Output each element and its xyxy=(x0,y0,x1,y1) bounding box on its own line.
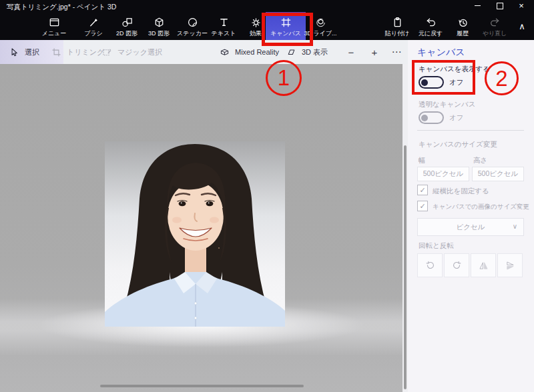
window-title: 写真トリミング.jpg* - ペイント 3D xyxy=(7,3,116,12)
lock-aspect-label: 縦横比を固定する xyxy=(433,187,489,196)
toolbar-redo-label: やり直し xyxy=(483,30,507,37)
toolbar-3d-shapes[interactable]: 3D 図形 xyxy=(141,12,177,40)
3d-shapes-icon xyxy=(153,16,166,29)
cursor-icon xyxy=(9,47,20,58)
toolbar-2d-shapes[interactable]: 2D 図形 xyxy=(109,12,145,40)
paint3d-window: 写真トリミング.jpg* - ペイント 3D × メニュー ブラシ 2D 図形 … xyxy=(0,0,534,392)
panel-divider xyxy=(417,130,524,131)
2d-shapes-icon xyxy=(121,16,134,29)
rotate-left-button[interactable] xyxy=(417,253,443,277)
ribbon-3d-view-label: 3D 表示 xyxy=(302,47,328,57)
ribbon-3d-view-button[interactable]: 3D 表示 xyxy=(286,40,328,64)
zoom-in-button[interactable]: + xyxy=(366,40,382,64)
toolbar-2d-shapes-label: 2D 図形 xyxy=(116,30,138,37)
redo-icon xyxy=(489,16,501,29)
height-label: 高さ xyxy=(473,156,487,165)
check-icon: ✓ xyxy=(419,187,425,194)
height-input[interactable]: 500ピクセル xyxy=(472,167,524,181)
resize-heading: キャンバスのサイズ変更 xyxy=(419,140,497,149)
vertical-scrollbar-thumb[interactable] xyxy=(404,145,407,389)
3d-library-icon xyxy=(314,16,327,29)
toolbar-stickers-label: ステッカー xyxy=(177,30,208,37)
toolbar-text[interactable]: テキスト xyxy=(207,12,240,40)
brush-icon xyxy=(87,16,100,29)
canvas-workspace[interactable] xyxy=(0,64,403,392)
3d-view-icon xyxy=(286,47,297,58)
vertical-scrollbar-track[interactable] xyxy=(403,64,408,392)
toolbar-menu[interactable]: メニュー xyxy=(37,12,71,40)
show-canvas-label: キャンバスを表示する xyxy=(419,65,490,74)
canvas-side-panel: キャンバス キャンバスを表示する オフ 透明なキャンバス オフ キャンバスのサイ… xyxy=(408,40,534,392)
resize-image-checkbox[interactable]: ✓ xyxy=(417,201,428,211)
rotate-left-icon xyxy=(425,260,436,271)
minimize-icon xyxy=(475,5,481,6)
chevron-down-icon: ∨ xyxy=(513,223,517,230)
flip-horizontal-button[interactable] xyxy=(471,253,496,277)
close-button[interactable]: × xyxy=(511,0,531,11)
rotate-right-button[interactable] xyxy=(444,253,469,277)
maximize-icon xyxy=(497,3,503,9)
toolbar-brush[interactable]: ブラシ xyxy=(78,12,109,40)
crop-icon xyxy=(51,47,62,58)
toolbar-redo[interactable]: やり直し xyxy=(477,12,512,40)
lock-aspect-checkbox[interactable]: ✓ xyxy=(417,185,428,195)
ribbon-crop-button[interactable]: トリミング xyxy=(51,40,104,64)
toolbar-effects-label: 効果 xyxy=(250,30,262,37)
check-icon: ✓ xyxy=(419,203,425,210)
toggle-knob xyxy=(421,115,428,121)
ribbon-mixed-reality-label: Mixed Reality xyxy=(235,48,279,56)
undo-icon xyxy=(425,16,437,29)
effects-icon xyxy=(250,16,262,29)
transparent-canvas-label: 透明なキャンバス xyxy=(419,100,475,109)
magic-select-icon xyxy=(101,47,113,58)
menu-icon xyxy=(48,16,61,29)
maximize-button[interactable] xyxy=(490,0,510,11)
more-options-button[interactable]: ⋯ xyxy=(388,40,405,64)
toggle-knob xyxy=(421,79,428,86)
flip-vertical-icon xyxy=(505,260,516,271)
transparent-canvas-state: オフ xyxy=(449,113,464,123)
toolbar-undo[interactable]: 元に戻す xyxy=(414,12,447,40)
toolbar-undo-label: 元に戻す xyxy=(419,30,443,37)
ribbon-select-label: 選択 xyxy=(25,47,39,57)
toolbar-paste-label: 貼り付け xyxy=(385,30,409,37)
toolbar-canvas-tab[interactable]: キャンバス xyxy=(266,12,306,40)
photo-object[interactable] xyxy=(105,141,285,327)
toolbar-paste[interactable]: 貼り付け xyxy=(379,12,415,40)
text-icon xyxy=(218,16,230,29)
toolbar-3d-library-label: 3D ライブ... xyxy=(304,30,336,37)
toolbar-brush-label: ブラシ xyxy=(84,30,103,37)
canvas-icon xyxy=(280,16,292,29)
minimize-button[interactable] xyxy=(467,0,487,11)
show-canvas-toggle[interactable] xyxy=(419,76,444,89)
ribbon-crop-label: トリミング xyxy=(67,47,104,57)
panel-title: キャンバス xyxy=(417,47,465,59)
toolbar-history[interactable]: 履歴 xyxy=(448,12,477,40)
toolbar-canvas-label: キャンバス xyxy=(270,30,301,37)
rotate-right-icon xyxy=(451,260,463,271)
toolbar-3d-shapes-label: 3D 図形 xyxy=(148,30,170,37)
flip-horizontal-icon xyxy=(478,260,489,271)
rotate-heading: 回転と反転 xyxy=(419,241,454,251)
ribbon-collapse-button[interactable]: ∧ xyxy=(513,12,531,40)
unit-value: ピクセル xyxy=(457,223,485,232)
horizontal-scrollbar-thumb[interactable] xyxy=(100,385,304,387)
width-label: 幅 xyxy=(419,156,426,165)
toolbar-3d-library[interactable]: 3D ライブ... xyxy=(302,12,339,40)
toolbar-stickers[interactable]: ステッカー xyxy=(174,12,210,40)
paste-icon xyxy=(391,16,404,29)
ribbon-magic-select-button[interactable]: マジック選択 xyxy=(101,40,162,64)
flip-vertical-button[interactable] xyxy=(497,253,523,277)
show-canvas-state: オフ xyxy=(449,78,464,87)
toolbar-history-label: 履歴 xyxy=(457,30,469,37)
toolbar-text-label: テキスト xyxy=(212,30,236,37)
unit-dropdown[interactable]: ピクセル ∨ xyxy=(417,218,524,236)
width-input[interactable]: 500ピクセル xyxy=(417,167,469,181)
zoom-out-button[interactable]: − xyxy=(343,40,359,64)
portrait-photo xyxy=(105,141,285,327)
ribbon-magic-select-label: マジック選択 xyxy=(117,47,162,57)
resize-image-label: キャンバスでの画像のサイズ変更 xyxy=(433,203,529,211)
ribbon-mixed-reality-button[interactable]: Mixed Reality xyxy=(219,40,279,64)
transparent-canvas-toggle[interactable] xyxy=(419,111,444,124)
toolbar-menu-label: メニュー xyxy=(42,30,67,37)
